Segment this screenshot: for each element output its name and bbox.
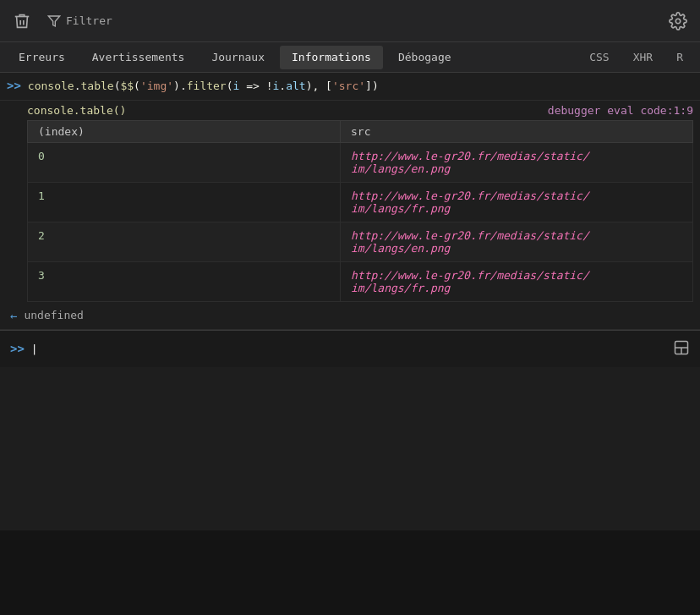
filter-button[interactable]: Filtrer — [47, 14, 112, 28]
tab-xhr[interactable]: XHR — [623, 46, 663, 69]
table-row: 2http://www.le-gr20.fr/medias/static/im/… — [28, 222, 693, 261]
command-line: >> console.table($$('img').filter(i => !… — [0, 73, 700, 101]
table-cell-src: http://www.le-gr20.fr/medias/static/im/l… — [341, 142, 693, 182]
table-section: console.table() debugger eval code:1:9 (… — [0, 101, 700, 302]
tab-r[interactable]: R — [666, 46, 693, 69]
table-meta: console.table() debugger eval code:1:9 — [27, 101, 700, 120]
toolbar-right — [666, 9, 690, 33]
tab-avertissements[interactable]: Avertissements — [80, 46, 197, 69]
tab-css[interactable]: CSS — [579, 46, 619, 69]
return-value: undefined — [24, 309, 83, 321]
table-cell-index: 0 — [28, 142, 341, 182]
trash-icon[interactable] — [10, 9, 34, 33]
tab-debogage[interactable]: Débogage — [386, 46, 463, 69]
tab-erreurs[interactable]: Erreurs — [7, 46, 77, 69]
table-cell-src: http://www.le-gr20.fr/medias/static/im/l… — [341, 182, 693, 222]
table-row: 3http://www.le-gr20.fr/medias/static/im/… — [28, 261, 693, 301]
prompt-icon: >> — [7, 79, 21, 92]
col-src: src — [341, 120, 693, 142]
col-index: (index) — [28, 120, 341, 142]
bottom-empty-area — [0, 530, 700, 615]
return-arrow-icon: ← — [10, 309, 17, 322]
table-cell-src: http://www.le-gr20.fr/medias/static/im/l… — [341, 261, 693, 301]
tab-journaux[interactable]: Journaux — [200, 46, 276, 69]
tab-informations[interactable]: Informations — [280, 46, 383, 69]
main-content: >> console.table($$('img').filter(i => !… — [0, 73, 700, 615]
table-fn: console.table() — [27, 104, 126, 117]
table-cell-src: http://www.le-gr20.fr/medias/static/im/l… — [341, 222, 693, 261]
data-table: (index) src 0http://www.le-gr20.fr/media… — [27, 120, 693, 302]
table-cell-index: 2 — [28, 222, 341, 261]
table-cell-index: 3 — [28, 261, 341, 301]
split-console-icon[interactable] — [673, 339, 690, 359]
toolbar: Filtrer — [0, 0, 700, 42]
filter-label: Filtrer — [66, 14, 112, 27]
table-row: 1http://www.le-gr20.fr/medias/static/im/… — [28, 182, 693, 222]
table-source: debugger eval code:1:9 — [548, 104, 693, 117]
toolbar-left: Filtrer — [10, 9, 112, 33]
svg-point-1 — [675, 19, 681, 24]
return-line: ← undefined — [0, 302, 700, 330]
table-cell-index: 1 — [28, 182, 341, 222]
svg-marker-0 — [48, 16, 59, 26]
input-prompt: >> — [10, 342, 25, 355]
table-row: 0http://www.le-gr20.fr/medias/static/im/… — [28, 142, 693, 182]
gear-icon[interactable] — [666, 9, 690, 33]
input-bar: >> | — [0, 330, 700, 367]
tabbar: Erreurs Avertissements Journaux Informat… — [0, 42, 700, 73]
input-field[interactable]: | — [31, 343, 38, 355]
command-text: console.table($$('img').filter(i => !i.a… — [28, 78, 379, 95]
